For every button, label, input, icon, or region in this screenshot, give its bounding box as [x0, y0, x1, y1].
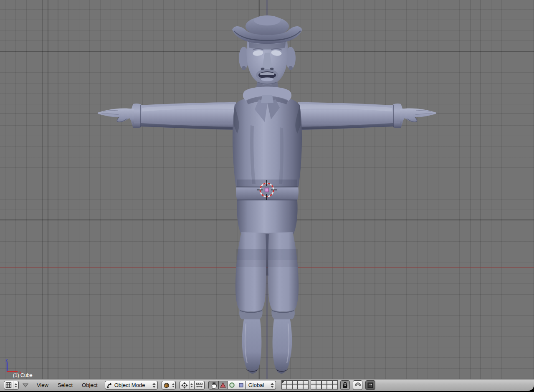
menu-select[interactable]: Select: [53, 382, 77, 388]
layer-group: [311, 381, 338, 390]
snap-toggle-button[interactable]: [353, 380, 362, 390]
orientation-dropdown-value: Global: [246, 382, 269, 388]
rotate-circle-icon: [229, 382, 235, 388]
manipulate-center-points-icon: [196, 382, 203, 388]
object-origin-point: [265, 188, 269, 192]
menu-collapse-triangle-icon[interactable]: [23, 383, 28, 387]
scale-manipulator-button[interactable]: [237, 381, 246, 389]
pivot-dropdown[interactable]: [180, 381, 195, 389]
scale-square-icon: [239, 383, 243, 387]
lock-icon: [342, 382, 348, 388]
layer-button[interactable]: [332, 380, 338, 385]
mode-dropdown[interactable]: Object Mode: [105, 381, 158, 389]
gizmo-z-label: z: [5, 357, 8, 362]
hand-manipulator-icon: [210, 382, 217, 389]
draw-type-dropdown[interactable]: [162, 381, 176, 389]
translate-manipulator-button[interactable]: [219, 381, 228, 389]
layer-button[interactable]: [298, 385, 303, 389]
layer-button[interactable]: [298, 380, 303, 385]
layer-button[interactable]: [332, 385, 338, 389]
layer-button[interactable]: [311, 385, 316, 389]
layer-button[interactable]: [327, 385, 332, 389]
orientation-dropdown[interactable]: Global: [246, 381, 276, 389]
grid-3d-viewport-icon: [4, 382, 13, 388]
layer-button[interactable]: [281, 385, 287, 389]
lock-view-layers-button[interactable]: [340, 380, 350, 390]
layer-button[interactable]: [321, 380, 327, 385]
solid-drawtype-cube-icon: [162, 382, 171, 389]
layer-button[interactable]: [316, 385, 321, 389]
render-preview-image-icon: [367, 382, 373, 388]
3d-viewport[interactable]: z x (1) Cube: [0, 0, 534, 379]
layer-button[interactable]: [316, 380, 321, 385]
layer-button[interactable]: [303, 380, 309, 385]
magnet-snap-icon: [354, 382, 361, 388]
layer-button[interactable]: [303, 385, 309, 389]
rotate-manipulator-button[interactable]: [228, 381, 237, 389]
editor-type-dropdown[interactable]: [4, 381, 19, 389]
layer-button[interactable]: [321, 385, 327, 389]
manipulate-center-points-button[interactable]: [195, 381, 205, 389]
layer-button[interactable]: [287, 385, 292, 389]
layer-button[interactable]: [292, 385, 298, 389]
object-mode-arrow-icon: [105, 382, 114, 388]
menu-object[interactable]: Object: [77, 382, 102, 388]
mode-dropdown-value: Object Mode: [114, 382, 151, 388]
active-object-label: (1) Cube: [13, 372, 33, 378]
layer-button[interactable]: [311, 380, 316, 385]
manipulator-toggle-button[interactable]: [208, 381, 219, 389]
layer-button[interactable]: [327, 380, 332, 385]
render-preview-button[interactable]: [365, 380, 375, 390]
layer-button[interactable]: [287, 380, 292, 385]
viewport-scene: z x (1) Cube: [0, 0, 534, 379]
layer-group: [282, 381, 309, 390]
menu-view[interactable]: View: [32, 382, 53, 388]
layer-button[interactable]: [292, 380, 298, 385]
blender-window: z x (1) Cube Vie: [0, 0, 534, 392]
layer-button[interactable]: [281, 380, 287, 385]
pivot-median-point-icon: [180, 382, 189, 389]
translate-triangle-icon: [220, 382, 226, 388]
viewport-header: View Select Object Object Mode: [0, 379, 534, 391]
